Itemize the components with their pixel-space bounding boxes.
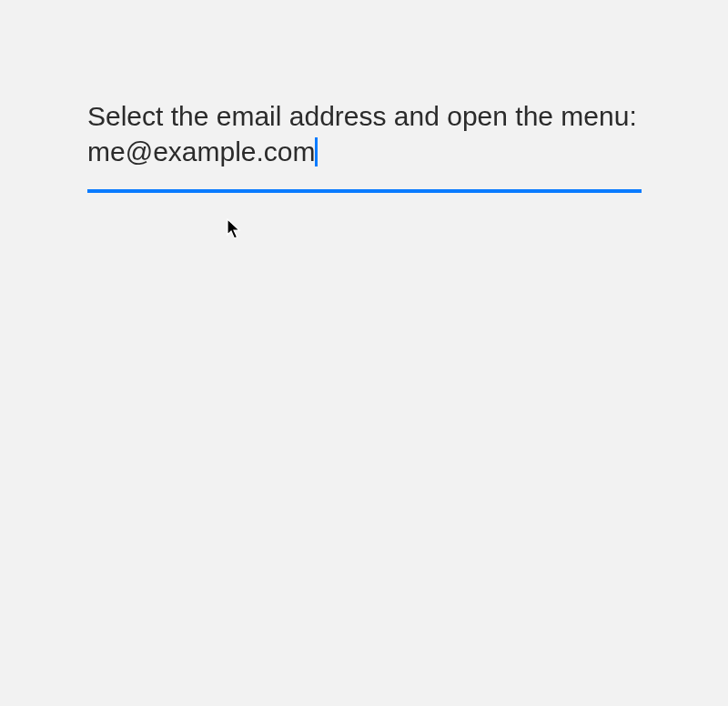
text-input[interactable]: Select the email address and open the me… — [87, 98, 642, 193]
text-input-container: Select the email address and open the me… — [87, 98, 642, 193]
cursor-icon — [227, 218, 241, 240]
text-caret — [315, 137, 318, 166]
text-input-content: Select the email address and open the me… — [87, 101, 637, 166]
